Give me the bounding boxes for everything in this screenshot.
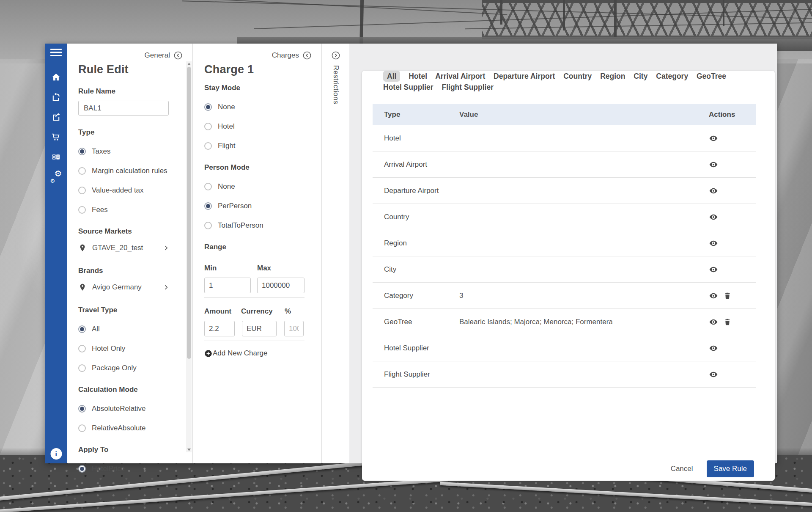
menu-icon[interactable]	[50, 49, 62, 56]
filter-tab-country[interactable]: Country	[563, 72, 592, 80]
trash-icon	[723, 292, 732, 300]
row-actions	[709, 239, 756, 248]
save-rule-button[interactable]: Save Rule	[707, 460, 754, 477]
cart-icon[interactable]	[51, 132, 61, 142]
view-button[interactable]	[709, 344, 718, 353]
filter-tab-category[interactable]: Category	[656, 72, 688, 80]
filter-tab-arrival-airport[interactable]: Arrival Airport	[435, 72, 485, 80]
source-markets-picker[interactable]: GTAVE_20_test	[78, 242, 176, 254]
table-row-arrival-airport: Arrival Airport	[373, 151, 756, 178]
view-button[interactable]	[709, 317, 718, 327]
import-icon[interactable]	[51, 92, 61, 102]
radio-button	[78, 325, 86, 333]
radio-option-value-added-tax[interactable]: Value-added tax	[78, 186, 176, 195]
percent-input[interactable]	[284, 321, 304, 336]
table-row-geotree: GeoTreeBalearic Islands; Majorca; Menorc…	[373, 309, 756, 335]
view-button[interactable]	[709, 134, 718, 143]
radio-option-fees[interactable]: Fees	[78, 205, 176, 215]
radio-option-package-only[interactable]: Package Only	[78, 363, 176, 373]
filter-tab-hotel-supplier[interactable]: Hotel Supplier	[383, 83, 433, 91]
general-scrollbar[interactable]	[186, 61, 192, 452]
currency-input[interactable]	[242, 321, 277, 336]
row-actions	[709, 186, 756, 195]
add-new-charge-button[interactable]: Add New Charge	[204, 349, 304, 358]
radio-label: All	[92, 325, 100, 333]
view-button[interactable]	[709, 291, 718, 300]
radio-label: HotelPrice	[92, 465, 125, 473]
restrictions-table: Type Value Actions HotelArrival AirportD…	[373, 104, 756, 388]
radio-option-none[interactable]: None	[204, 102, 304, 112]
radio-label: PerPerson	[218, 202, 252, 210]
rule-name-input[interactable]	[78, 101, 169, 116]
expand-restrictions-icon[interactable]	[332, 51, 340, 60]
range-max-input[interactable]	[257, 278, 304, 293]
range-min-input[interactable]	[204, 278, 251, 293]
brands-label: Brands	[78, 267, 176, 275]
radio-option-perperson[interactable]: PerPerson	[204, 201, 304, 211]
radio-button	[78, 345, 86, 352]
radio-option-none[interactable]: None	[204, 182, 304, 191]
eye-icon	[709, 265, 718, 274]
collapse-charges-icon[interactable]	[303, 51, 311, 60]
scroll-up-icon[interactable]	[187, 63, 191, 65]
filter-tab-city[interactable]: City	[634, 72, 647, 80]
filter-tab-hotel[interactable]: Hotel	[409, 72, 427, 80]
row-type: GeoTree	[373, 318, 459, 326]
home-icon[interactable]	[51, 72, 61, 82]
cancel-button[interactable]: Cancel	[671, 465, 693, 473]
export-icon[interactable]	[51, 112, 61, 122]
filter-tab-region[interactable]: Region	[600, 72, 625, 80]
divider	[204, 341, 304, 341]
radio-option-margin-calculation-rules[interactable]: Margin calculation rules	[78, 166, 176, 176]
info-icon[interactable]: i	[50, 448, 62, 460]
col-type: Type	[373, 110, 459, 119]
view-button[interactable]	[709, 160, 718, 169]
table-header: Type Value Actions	[373, 104, 756, 125]
radio-option-hotelprice[interactable]: HotelPrice	[78, 464, 176, 473]
calculator-icon[interactable]	[51, 152, 61, 162]
table-row-departure-airport: Departure Airport	[373, 178, 756, 204]
range-label: Range	[204, 243, 304, 251]
view-button[interactable]	[709, 212, 718, 222]
scrollbar-thumb[interactable]	[187, 67, 191, 359]
eye-icon	[709, 344, 718, 353]
view-button[interactable]	[709, 186, 718, 195]
radio-option-absoluterelative[interactable]: AbsoluteRelative	[78, 404, 176, 413]
gears-icon[interactable]: ⚙⚙	[51, 172, 61, 182]
row-type: Arrival Airport	[373, 160, 459, 169]
page-title: Rule Edit	[78, 63, 176, 76]
view-button[interactable]	[709, 265, 718, 274]
collapse-general-icon[interactable]	[174, 51, 182, 60]
delete-button[interactable]	[723, 317, 732, 327]
radio-option-all[interactable]: All	[78, 325, 176, 334]
filter-tab-geotree[interactable]: GeoTree	[697, 72, 726, 80]
amount-input[interactable]	[204, 321, 235, 336]
filter-tab-flight-supplier[interactable]: Flight Supplier	[442, 83, 494, 91]
scroll-down-icon[interactable]	[187, 449, 191, 451]
eye-icon	[709, 291, 718, 300]
brands-picker[interactable]: Avigo Germany	[78, 281, 176, 293]
table-row-hotel: Hotel	[373, 125, 756, 151]
screen: ⚙⚙ i General Rule Edit Rule Name Type Ta…	[0, 0, 812, 512]
charges-panel: Charges Charge 1 Stay Mode NoneHotelFlig…	[193, 44, 322, 463]
travel-type-label: Travel Type	[78, 306, 176, 314]
radio-option-hotel-only[interactable]: Hotel Only	[78, 344, 176, 353]
view-button[interactable]	[709, 239, 718, 248]
row-type: Country	[373, 213, 459, 221]
map-pin-icon	[78, 242, 87, 253]
filter-tab-all[interactable]: All	[383, 71, 400, 82]
person-mode-radio-group: NonePerPersonTotalToPerson	[204, 182, 304, 230]
filter-tabs: All Hotel Arrival Airport Departure Airp…	[383, 71, 733, 93]
type-label: Type	[78, 128, 176, 137]
radio-option-flight[interactable]: Flight	[204, 141, 304, 151]
radio-option-taxes[interactable]: Taxes	[78, 147, 176, 156]
max-label: Max	[257, 264, 271, 273]
radio-option-totaltoperson[interactable]: TotalToPerson	[204, 221, 304, 230]
radio-option-relativeabsolute[interactable]: RelativeAbsolute	[78, 424, 176, 433]
eye-icon	[709, 317, 718, 327]
delete-button[interactable]	[723, 291, 732, 300]
filter-tab-departure-airport[interactable]: Departure Airport	[494, 72, 555, 80]
view-button[interactable]	[709, 370, 718, 379]
radio-option-hotel[interactable]: Hotel	[204, 122, 304, 131]
radio-label: RelativeAbsolute	[92, 424, 146, 432]
